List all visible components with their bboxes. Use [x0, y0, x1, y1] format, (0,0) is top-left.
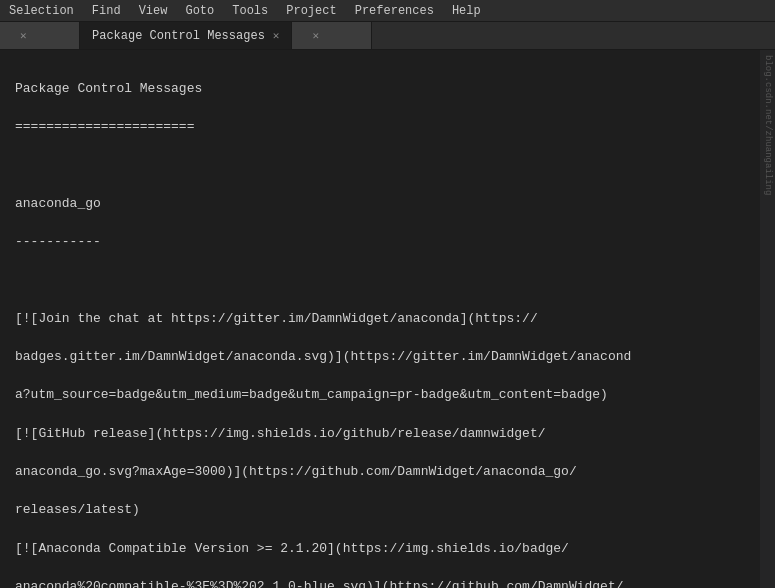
line-pkg-separator: ----------- [15, 233, 745, 252]
editor-content: Package Control Messages ===============… [0, 50, 760, 588]
line-title: Package Control Messages [15, 80, 745, 99]
tab-3[interactable]: ✕ [292, 22, 372, 49]
line-empty-1 [15, 156, 745, 175]
tab-2-close[interactable]: ✕ [273, 29, 280, 42]
top-menu-bar: Selection Find View Goto Tools Project P… [0, 0, 775, 22]
line-content-8: anaconda%20compatible-%3E%3D%202.1.0-blu… [15, 578, 745, 588]
line-content-1: [![Join the chat at https://gitter.im/Da… [15, 310, 745, 329]
menu-tools[interactable]: Tools [228, 4, 272, 18]
right-panel-content: blog.csdn.net/zhuangailing [760, 50, 775, 200]
menu-view[interactable]: View [135, 4, 172, 18]
tab-3-close[interactable]: ✕ [312, 29, 319, 42]
menu-selection[interactable]: Selection [5, 4, 78, 18]
line-separator: ======================= [15, 118, 745, 137]
line-content-5: anaconda_go.svg?maxAge=3000)](https://gi… [15, 463, 745, 482]
tab-bar: ✕ Package Control Messages ✕ ✕ [0, 22, 775, 50]
menu-project[interactable]: Project [282, 4, 340, 18]
menu-find[interactable]: Find [88, 4, 125, 18]
menu-preferences[interactable]: Preferences [351, 4, 438, 18]
line-package-name: anaconda_go [15, 195, 745, 214]
line-content-4: [![GitHub release](https://img.shields.i… [15, 425, 745, 444]
menu-goto[interactable]: Goto [181, 4, 218, 18]
line-content-6: releases/latest) [15, 501, 745, 520]
menu-help[interactable]: Help [448, 4, 485, 18]
line-content-7: [![Anaconda Compatible Version >= 2.1.20… [15, 540, 745, 559]
main-area: Package Control Messages ===============… [0, 50, 775, 588]
tab-2-label: Package Control Messages [92, 29, 265, 43]
right-sidebar: blog.csdn.net/zhuangailing [760, 50, 775, 588]
tab-1[interactable]: ✕ [0, 22, 80, 49]
line-content-3: a?utm_source=badge&utm_medium=badge&utm_… [15, 386, 745, 405]
editor-area[interactable]: Package Control Messages ===============… [0, 50, 760, 588]
line-empty-2 [15, 271, 745, 290]
tab-package-control-messages[interactable]: Package Control Messages ✕ [80, 22, 292, 49]
tab-1-close[interactable]: ✕ [20, 29, 27, 42]
line-content-2: badges.gitter.im/DamnWidget/anaconda.svg… [15, 348, 745, 367]
